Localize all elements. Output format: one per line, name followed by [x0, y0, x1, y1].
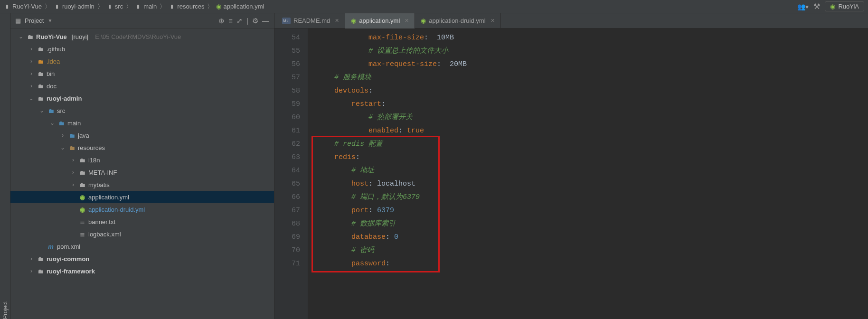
- tree-twisty[interactable]: ›: [28, 268, 34, 274]
- tree-twisty[interactable]: ›: [70, 169, 76, 176]
- editor-tab[interactable]: ◉application.yml✕: [345, 13, 415, 28]
- breadcrumb-item[interactable]: ▮src: [106, 3, 123, 10]
- tree-item[interactable]: ›🖿bin: [10, 67, 274, 80]
- tree-item-label: logback.xml: [88, 231, 121, 238]
- editor-tab[interactable]: M↓README.md✕: [276, 13, 345, 28]
- minimize-icon[interactable]: —: [262, 17, 269, 25]
- folder-icon: 🖿: [37, 70, 44, 77]
- close-icon[interactable]: ✕: [335, 18, 339, 24]
- breadcrumb-item[interactable]: ▮resources: [169, 3, 204, 10]
- breadcrumb-item[interactable]: ▮ruoyi-admin: [54, 3, 94, 10]
- line-number: 59: [274, 98, 300, 111]
- tree-item[interactable]: ›🖿doc: [10, 80, 274, 92]
- account-icon[interactable]: 👥▾: [797, 3, 809, 10]
- tree-item[interactable]: ›🖿ruoyi-framework: [10, 265, 274, 277]
- breadcrumb-item[interactable]: ▮main: [135, 3, 157, 10]
- code-line[interactable]: # 端口，默认为6379: [308, 191, 868, 204]
- editor-tab[interactable]: ◉application-druid.yml✕: [415, 13, 500, 28]
- tree-item-label: main: [67, 120, 81, 127]
- tree-item[interactable]: ⌄🖿src: [10, 104, 274, 117]
- code-line[interactable]: # 热部署开关: [308, 111, 868, 124]
- token-val: :: [381, 100, 386, 108]
- tree-item[interactable]: ›🖿.idea: [10, 55, 274, 67]
- spring-icon: ◉: [216, 3, 221, 10]
- code-line[interactable]: # redis 配置: [308, 138, 868, 151]
- tree-item[interactable]: ›🖿mybatis: [10, 178, 274, 191]
- code-line[interactable]: enabled: true: [308, 124, 868, 138]
- tree-item[interactable]: ≣banner.txt: [10, 216, 274, 228]
- collapse-icon[interactable]: ⤢: [236, 17, 243, 25]
- code-line[interactable]: database: 0: [308, 231, 868, 244]
- gear-icon[interactable]: ⚙: [252, 17, 258, 25]
- token-val: :: [368, 180, 377, 188]
- line-number: 57: [274, 71, 300, 84]
- code-line[interactable]: # 服务模块: [308, 71, 868, 84]
- breadcrumb-item[interactable]: ◉application.yml: [216, 3, 264, 10]
- code-line[interactable]: password:: [308, 257, 868, 271]
- close-icon[interactable]: ✕: [405, 18, 409, 24]
- tree-item[interactable]: ›🖿java: [10, 129, 274, 141]
- tree-twisty[interactable]: ›: [70, 157, 76, 163]
- token-key: restart: [351, 100, 381, 108]
- run-config-dropdown[interactable]: ◉ RuoYiA: [825, 1, 864, 11]
- tree-twisty[interactable]: ⌄: [18, 33, 24, 40]
- build-icon[interactable]: ⚒: [813, 2, 820, 11]
- editor-tabs[interactable]: M↓README.md✕◉application.yml✕◉applicatio…: [274, 13, 868, 28]
- line-number: 56: [274, 58, 300, 71]
- project-tree[interactable]: ⌄🖿RuoYi-Vue[ruoyi]E:\05 Code\RMDVS\RuoYi…: [10, 28, 274, 319]
- breadcrumb-bar: ▮RuoYi-Vue〉▮ruoyi-admin〉▮src〉▮main〉▮reso…: [0, 0, 868, 13]
- token-comment: # 密码: [351, 246, 374, 254]
- code-line[interactable]: # 设置总上传的文件大小: [308, 45, 868, 58]
- tree-twisty[interactable]: ⌄: [49, 120, 55, 126]
- expand-icon[interactable]: ≡: [228, 17, 233, 25]
- code-line[interactable]: devtools:: [308, 84, 868, 98]
- breadcrumbs[interactable]: ▮RuoYi-Vue〉▮ruoyi-admin〉▮src〉▮main〉▮reso…: [4, 2, 264, 11]
- breadcrumb-item[interactable]: ▮RuoYi-Vue: [4, 3, 42, 10]
- tree-twisty[interactable]: ›: [70, 181, 76, 188]
- tree-item[interactable]: ⌄🖿ruoyi-admin: [10, 92, 274, 104]
- code-line[interactable]: # 地址: [308, 164, 868, 178]
- tree-item[interactable]: ›🖿.github: [10, 43, 274, 55]
- code-line[interactable]: restart:: [308, 98, 868, 111]
- code-line[interactable]: max-file-size: 10MB: [308, 31, 868, 45]
- close-icon[interactable]: ✕: [491, 18, 495, 24]
- folder-icon: ▮: [135, 3, 142, 9]
- sidebar-project-label: Project: [2, 32, 9, 319]
- code-line[interactable]: # 密码: [308, 244, 868, 257]
- tree-twisty[interactable]: ›: [28, 46, 34, 52]
- tree-item[interactable]: ≣logback.xml: [10, 228, 274, 240]
- code-line[interactable]: port: 6379: [308, 204, 868, 217]
- tree-item[interactable]: ⌄🖿RuoYi-Vue[ruoyi]E:\05 Code\RMDVS\RuoYi…: [10, 30, 274, 43]
- breadcrumb-label: RuoYi-Vue: [12, 3, 42, 10]
- tree-twisty[interactable]: ›: [28, 255, 34, 262]
- tree-item[interactable]: mpom.xml: [10, 240, 274, 253]
- tree-item-label: mybatis: [88, 181, 110, 188]
- code-line[interactable]: host: localhost: [308, 178, 868, 191]
- project-dropdown-icon[interactable]: ▼: [47, 18, 52, 23]
- tree-item[interactable]: ›🖿META-INF: [10, 166, 274, 178]
- tree-item[interactable]: ›🖿ruoyi-common: [10, 253, 274, 265]
- tree-twisty[interactable]: ⌄: [60, 144, 66, 151]
- tree-twisty[interactable]: ›: [28, 70, 34, 77]
- tree-twisty[interactable]: ›: [28, 83, 34, 89]
- code-line[interactable]: redis:: [308, 151, 868, 164]
- breadcrumb-label: resources: [177, 3, 204, 10]
- tree-item[interactable]: ⌄🖿main: [10, 117, 274, 129]
- locate-icon[interactable]: ⊕: [218, 17, 225, 25]
- tree-twisty[interactable]: ›: [60, 132, 66, 139]
- tree-item[interactable]: ◉application.yml: [10, 191, 274, 203]
- tree-twisty[interactable]: ⌄: [28, 95, 34, 102]
- sidebar-project-gutter[interactable]: Project: [0, 13, 10, 319]
- code-content[interactable]: max-file-size: 10MB # 设置总上传的文件大小 max-req…: [308, 28, 868, 319]
- editor[interactable]: 545556575859606162636465666768697071 max…: [274, 28, 868, 319]
- folder-icon: 🖿: [37, 46, 44, 53]
- code-line[interactable]: # 数据库索引: [308, 217, 868, 231]
- tree-item[interactable]: ⌄🖿resources: [10, 141, 274, 154]
- code-line[interactable]: max-request-size: 20MB: [308, 58, 868, 71]
- tree-twisty[interactable]: ⌄: [39, 107, 45, 114]
- tree-item[interactable]: ›🖿i18n: [10, 154, 274, 166]
- tree-item[interactable]: ◉application-druid.yml: [10, 203, 274, 216]
- tree-item-label: java: [78, 132, 89, 139]
- run-config-label: RuoYiA: [838, 3, 859, 10]
- tree-twisty[interactable]: ›: [28, 58, 34, 65]
